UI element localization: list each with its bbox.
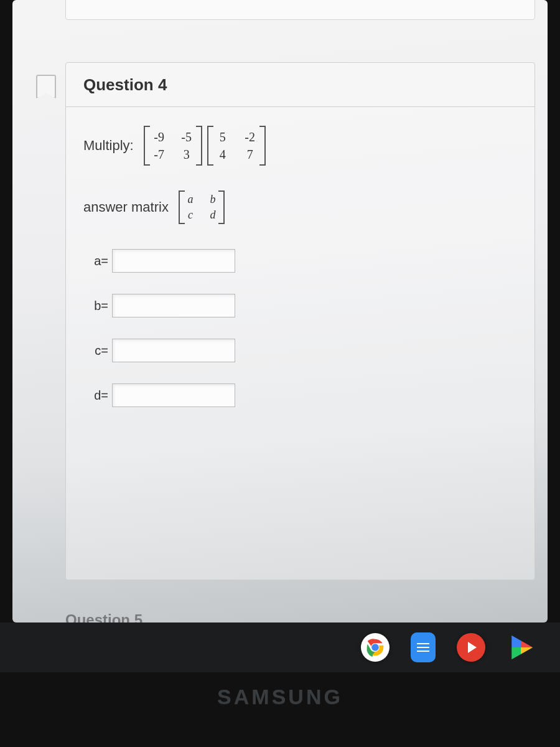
chrome-icon[interactable] bbox=[361, 633, 390, 662]
input-d[interactable] bbox=[112, 383, 235, 407]
input-c[interactable] bbox=[112, 339, 235, 362]
matrix-b-00: 5 bbox=[215, 128, 231, 146]
play-store-icon[interactable] bbox=[506, 633, 535, 662]
label-d: d= bbox=[83, 388, 108, 403]
answer-row-d: d= bbox=[83, 383, 517, 407]
input-b[interactable] bbox=[112, 294, 235, 317]
question-title: Question 4 bbox=[66, 63, 534, 107]
matrix-b-10: 4 bbox=[215, 146, 231, 163]
answer-matrix: a b c d bbox=[179, 190, 225, 224]
answer-inputs: a= b= c= d= bbox=[83, 249, 517, 407]
question-body: Multiply: -9 -5 -7 3 5 bbox=[66, 107, 534, 447]
answer-matrix-row: answer matrix a b c d bbox=[83, 190, 517, 224]
page-content: Question 4 Multiply: -9 -5 -7 3 bbox=[12, 0, 548, 622]
matrix-a-11: 3 bbox=[179, 146, 195, 163]
matrix-b: 5 -2 4 7 bbox=[207, 126, 266, 166]
youtube-icon[interactable] bbox=[457, 633, 485, 662]
answer-var-c: c bbox=[185, 207, 196, 223]
next-question-title: Question 5 bbox=[65, 611, 142, 622]
answer-var-d: d bbox=[207, 207, 218, 223]
matrix-b-11: 7 bbox=[242, 146, 258, 163]
answer-row-c: c= bbox=[83, 339, 517, 362]
play-triangle-icon bbox=[468, 642, 477, 653]
answer-var-b: b bbox=[207, 192, 218, 207]
matrix-a-10: -7 bbox=[151, 146, 167, 163]
question-card: Question 4 Multiply: -9 -5 -7 3 bbox=[65, 62, 535, 580]
shelf bbox=[0, 622, 560, 672]
docs-lines-icon bbox=[417, 647, 429, 648]
input-a[interactable] bbox=[112, 249, 235, 273]
label-c: c= bbox=[83, 344, 108, 358]
matrix-a-01: -5 bbox=[179, 128, 195, 146]
label-b: b= bbox=[83, 299, 108, 313]
bookmark-icon[interactable] bbox=[36, 75, 56, 98]
device-brand: SAMSUNG bbox=[0, 685, 560, 709]
matrix-b-01: -2 bbox=[242, 128, 258, 146]
answer-row-a: a= bbox=[83, 249, 517, 273]
answer-var-a: a bbox=[185, 192, 196, 207]
label-a: a= bbox=[83, 254, 108, 268]
docs-icon[interactable] bbox=[411, 632, 436, 662]
multiply-label: Multiply: bbox=[83, 138, 134, 154]
answer-matrix-label: answer matrix bbox=[83, 199, 169, 215]
matrix-a-00: -9 bbox=[151, 128, 167, 146]
answer-row-b: b= bbox=[83, 294, 517, 317]
multiply-row: Multiply: -9 -5 -7 3 5 bbox=[83, 126, 517, 166]
screen-root: Question 4 Multiply: -9 -5 -7 3 bbox=[0, 0, 560, 747]
matrix-a: -9 -5 -7 3 bbox=[144, 126, 202, 166]
previous-question-card bbox=[65, 0, 535, 20]
